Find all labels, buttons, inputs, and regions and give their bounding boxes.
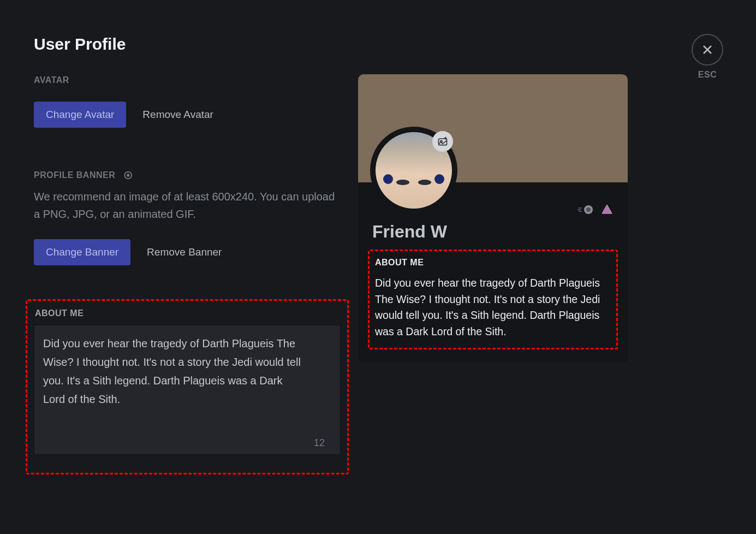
change-banner-button[interactable]: Change Banner [34,239,130,265]
character-count: 12 [314,437,325,449]
close-icon [701,43,714,56]
upload-avatar-button[interactable] [432,131,453,152]
svg-point-5 [586,207,591,212]
about-me-input[interactable]: Did you ever hear the tragedy of Darth P… [34,325,341,455]
profile-banner[interactable] [358,74,628,182]
remove-avatar-button[interactable]: Remove Avatar [142,102,213,128]
avatar-section-header: AVATAR [34,75,213,85]
preview-about-header: ABOUT ME [375,258,611,268]
page-title: User Profile [34,35,126,54]
close-button[interactable] [692,34,723,66]
svg-point-1 [127,174,130,177]
esc-label: ESC [698,70,717,80]
change-avatar-button[interactable]: Change Avatar [34,102,126,128]
nitro-icon [121,169,133,181]
banner-section-header: PROFILE BANNER [34,170,115,180]
profile-preview-card: Friend W ABOUT ME Did you ever hear the … [358,74,628,363]
about-me-section: ABOUT ME Did you ever hear the tragedy o… [26,299,349,474]
preview-about-text: Did you ever hear the tragedy of Darth P… [375,275,611,340]
preview-about-section: ABOUT ME Did you ever hear the tragedy o… [368,250,618,349]
remove-banner-button[interactable]: Remove Banner [147,239,222,265]
about-me-text: Did you ever hear the tragedy of Darth P… [43,334,305,408]
hypesquad-badge-icon [600,203,614,218]
image-upload-icon [437,136,448,147]
about-me-header: ABOUT ME [35,308,341,318]
banner-hint-text: We recommend an image of at least 600x24… [34,188,337,223]
nitro-badge-icon [578,204,594,217]
profile-username: Friend W [372,222,614,242]
